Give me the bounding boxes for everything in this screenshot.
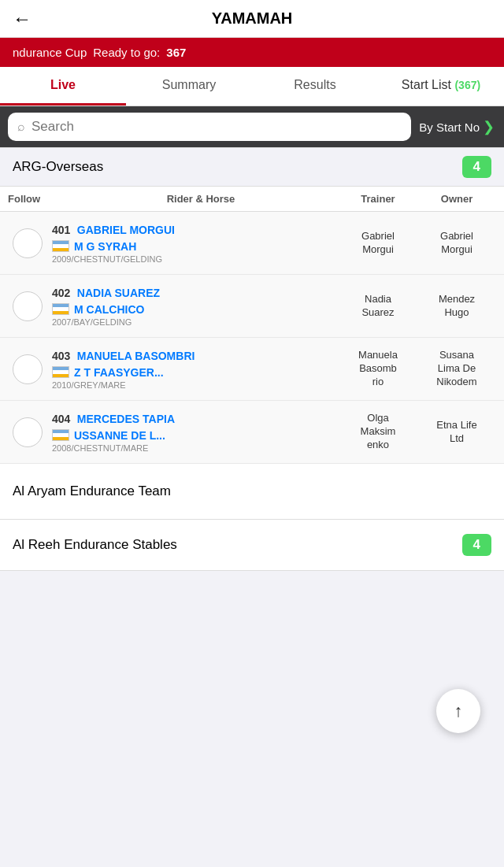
trainer-name: ManuelaBasombrio (339, 349, 417, 389)
follow-toggle[interactable] (13, 291, 43, 321)
group-header-arg: ARG-Overseas 4 (0, 147, 504, 187)
rider-name[interactable]: MERCEDES TAPIA (77, 413, 175, 425)
group-row-al-reeh[interactable]: Al Reeh Endurance Stables 4 (0, 520, 504, 571)
tab-results[interactable]: Results (252, 67, 378, 106)
country-flag (52, 240, 69, 252)
entry-number: 404 (52, 413, 70, 425)
rider-name[interactable]: GABRIEL MORGUI (77, 224, 175, 236)
table-row: 403 MANUELA BASOMBRI Z T FAASYGER... 201… (0, 338, 504, 401)
search-icon: ⌕ (17, 120, 25, 134)
group-name: Al Aryam Endurance Team (13, 484, 171, 499)
rider-name[interactable]: MANUELA BASOMBRI (77, 350, 195, 362)
page-title: YAMAMAH (212, 9, 293, 28)
search-input[interactable] (32, 119, 402, 135)
event-banner: ndurance Cup Ready to go: 367 (0, 38, 504, 67)
group-row-al-aryam[interactable]: Al Aryam Endurance Team (0, 464, 504, 520)
group-count-badge: 4 (462, 156, 491, 178)
banner-count: 367 (166, 46, 186, 59)
horse-details: 2008/CHESTNUT/MARE (52, 443, 334, 453)
table-header: Follow Rider & Horse Trainer Owner (0, 187, 504, 212)
rider-name[interactable]: NADIA SUAREZ (77, 287, 160, 299)
banner-ready-label: Ready to go: (93, 46, 160, 59)
entry-details: 402 NADIA SUAREZ M CALCHICO 2007/BAY/GEL… (47, 286, 339, 327)
table-row: 401 GABRIEL MORGUI M G SYRAH 2009/CHESTN… (0, 212, 504, 275)
country-flag (52, 429, 69, 441)
country-flag (52, 303, 69, 315)
owner-name: MendezHugo (417, 293, 496, 320)
follow-toggle[interactable] (13, 228, 43, 258)
app-header: ← YAMAMAH (0, 0, 504, 38)
back-button[interactable]: ← (13, 8, 32, 30)
horse-name[interactable]: Z T FAASYGER... (74, 366, 164, 379)
banner-event: ndurance Cup (13, 46, 87, 59)
country-flag (52, 366, 69, 378)
group-name: ARG-Overseas (13, 159, 103, 175)
entry-details: 403 MANUELA BASOMBRI Z T FAASYGER... 201… (47, 349, 339, 390)
by-start-no-button[interactable]: By Start No ❯ (417, 115, 496, 139)
col-header-follow: Follow (8, 193, 63, 205)
horse-details: 2009/CHESTNUT/GELDING (52, 254, 334, 264)
col-header-rider: Rider & Horse (63, 193, 339, 205)
entry-details: 404 MERCEDES TAPIA USSANNE DE L... 2008/… (47, 412, 339, 453)
entry-number: 403 (52, 350, 70, 362)
chevron-right-icon: ❯ (483, 118, 495, 135)
table-row: 402 NADIA SUAREZ M CALCHICO 2007/BAY/GEL… (0, 275, 504, 338)
horse-details: 2007/BAY/GELDING (52, 317, 334, 327)
trainer-name: OlgaMaksimenko (339, 412, 417, 452)
group-name: Al Reeh Endurance Stables (13, 537, 177, 553)
owner-name: SusanaLima DeNikodem (417, 349, 496, 389)
tab-start-list[interactable]: Start List (367) (378, 67, 504, 106)
entry-number: 401 (52, 224, 70, 236)
horse-name[interactable]: M CALCHICO (74, 303, 144, 316)
entry-number: 402 (52, 287, 70, 299)
tab-live[interactable]: Live (0, 67, 126, 106)
group-count-badge: 4 (462, 534, 491, 556)
owner-name: GabrielMorgui (417, 230, 496, 257)
col-header-owner: Owner (417, 193, 496, 205)
horse-name[interactable]: USSANNE DE L... (74, 429, 165, 442)
follow-toggle[interactable] (13, 354, 43, 384)
entry-details: 401 GABRIEL MORGUI M G SYRAH 2009/CHESTN… (47, 223, 339, 264)
search-bar-row: ⌕ By Start No ❯ (0, 106, 504, 147)
tab-bar: Live Summary Results Start List (367) (0, 67, 504, 106)
by-start-label: By Start No (419, 120, 480, 134)
tab-summary[interactable]: Summary (126, 67, 252, 106)
search-box[interactable]: ⌕ (8, 113, 411, 141)
col-header-trainer: Trainer (339, 193, 417, 205)
owner-name: Etna LifeLtd (417, 419, 496, 446)
trainer-name: NadiaSuarez (339, 293, 417, 320)
follow-toggle[interactable] (13, 417, 43, 447)
horse-details: 2010/GREY/MARE (52, 380, 334, 390)
table-row: 404 MERCEDES TAPIA USSANNE DE L... 2008/… (0, 401, 504, 464)
horse-name[interactable]: M G SYRAH (74, 240, 136, 253)
trainer-name: GabrielMorgui (339, 230, 417, 257)
